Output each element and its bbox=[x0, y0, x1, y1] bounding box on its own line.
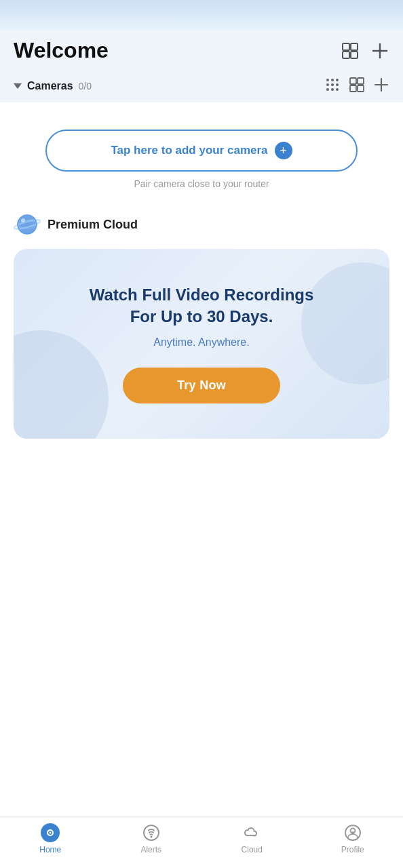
premium-section-title: Premium Cloud bbox=[47, 218, 138, 232]
home-label: Home bbox=[39, 845, 61, 854]
svg-point-13 bbox=[331, 88, 334, 91]
svg-point-27 bbox=[50, 832, 52, 834]
cloud-label: Cloud bbox=[242, 845, 263, 854]
status-bar bbox=[0, 0, 403, 30]
svg-rect-1 bbox=[351, 43, 358, 50]
svg-point-32 bbox=[351, 831, 354, 834]
svg-point-6 bbox=[326, 79, 329, 81]
nav-item-cloud[interactable]: Cloud bbox=[202, 823, 303, 854]
svg-rect-2 bbox=[343, 52, 349, 58]
add-camera-icon[interactable] bbox=[373, 77, 389, 96]
bottom-nav: Home Alerts Cloud bbox=[0, 816, 403, 868]
svg-rect-15 bbox=[350, 78, 356, 84]
svg-rect-3 bbox=[351, 52, 358, 58]
svg-point-28 bbox=[144, 825, 159, 840]
page-title: Welcome bbox=[14, 38, 109, 63]
svg-point-29 bbox=[150, 836, 152, 838]
cloud-icon bbox=[242, 823, 261, 842]
cameras-view-controls bbox=[324, 77, 389, 96]
svg-rect-17 bbox=[350, 85, 356, 92]
header: Welcome bbox=[0, 30, 403, 70]
premium-card-title: Watch Full Video Recordings For Up to 30… bbox=[90, 284, 314, 326]
cameras-count: 0/0 bbox=[79, 81, 92, 92]
svg-point-11 bbox=[336, 83, 339, 86]
svg-point-12 bbox=[326, 88, 329, 91]
try-now-button[interactable]: Try Now bbox=[123, 368, 280, 403]
svg-point-14 bbox=[336, 88, 339, 91]
nav-item-home[interactable]: Home bbox=[0, 823, 101, 854]
layout-icon[interactable] bbox=[341, 41, 360, 60]
chevron-down-icon[interactable] bbox=[14, 83, 22, 89]
alerts-label: Alerts bbox=[140, 845, 161, 854]
svg-point-8 bbox=[336, 79, 339, 81]
add-camera-button[interactable]: Tap here to add your camera + bbox=[45, 130, 358, 172]
svg-point-25 bbox=[21, 218, 25, 222]
dots-grid-icon[interactable] bbox=[324, 77, 341, 96]
home-icon bbox=[41, 823, 60, 842]
profile-icon bbox=[343, 823, 362, 842]
premium-section: Premium Cloud Watch Full Video Recording… bbox=[14, 211, 389, 439]
nav-item-profile[interactable]: Profile bbox=[303, 823, 404, 854]
svg-point-7 bbox=[331, 79, 334, 81]
svg-point-9 bbox=[326, 83, 329, 86]
svg-point-10 bbox=[331, 83, 334, 86]
svg-rect-18 bbox=[358, 85, 364, 92]
add-camera-hint: Pair camera close to your router bbox=[134, 178, 269, 189]
add-camera-plus-icon: + bbox=[275, 142, 292, 159]
premium-cloud-icon bbox=[14, 211, 41, 238]
nav-item-alerts[interactable]: Alerts bbox=[101, 823, 202, 854]
add-button[interactable] bbox=[370, 41, 389, 60]
alerts-icon bbox=[142, 823, 161, 842]
grid-layout-icon[interactable] bbox=[349, 77, 365, 96]
add-camera-label: Tap here to add your camera bbox=[111, 144, 267, 157]
cameras-label: Cameras bbox=[27, 80, 73, 92]
svg-rect-0 bbox=[343, 43, 349, 50]
header-actions bbox=[341, 41, 389, 60]
premium-card-subtitle: Anytime. Anywhere. bbox=[153, 336, 249, 349]
cameras-section-header: Cameras 0/0 bbox=[0, 70, 403, 102]
svg-rect-16 bbox=[358, 78, 364, 84]
premium-card: Watch Full Video Recordings For Up to 30… bbox=[14, 249, 389, 439]
main-content: Tap here to add your camera + Pair camer… bbox=[0, 102, 403, 816]
profile-label: Profile bbox=[341, 845, 364, 854]
